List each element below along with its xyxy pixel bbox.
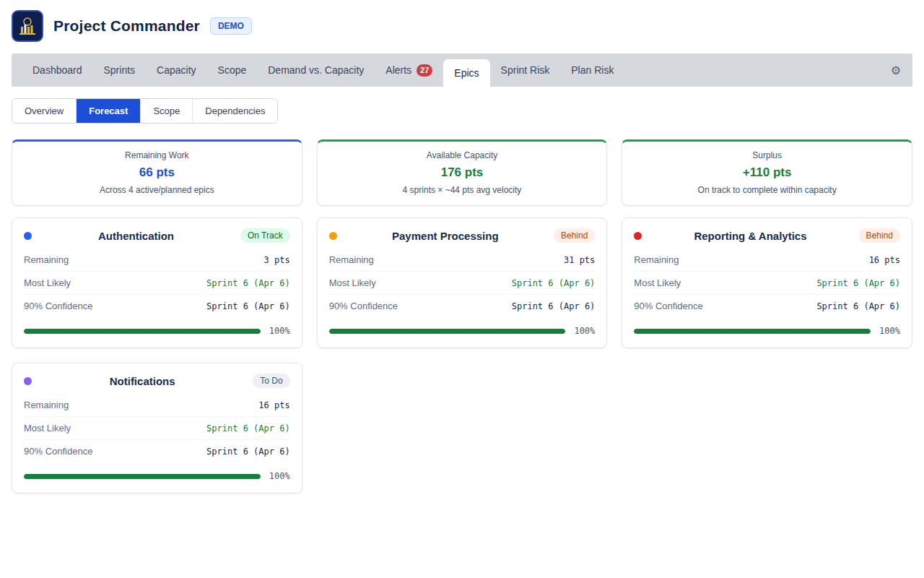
epic-title: Authentication [32, 230, 240, 242]
progress-row: 100% [24, 471, 290, 481]
most-likely-value: Sprint 6 (Apr 6) [512, 278, 596, 288]
commander-console-icon [17, 15, 38, 37]
epic-forecast-grid: Authentication On Track Remaining 3 pts … [12, 217, 912, 493]
most-likely-value: Sprint 6 (Apr 6) [206, 423, 290, 434]
remaining-value: 16 pts [869, 255, 900, 265]
nav-sprints[interactable]: Sprints [93, 53, 147, 87]
progress-bar [634, 329, 871, 334]
summary-card-available-capacity: Available Capacity 176 pts 4 sprints × ~… [317, 139, 608, 206]
nav-epics[interactable]: Epics [443, 59, 489, 87]
epic-title: Payment Processing [337, 230, 554, 242]
epic-header: Notifications To Do [24, 374, 290, 388]
progress-row: 100% [329, 326, 596, 336]
remaining-row: Remaining 16 pts [634, 249, 900, 272]
app-logo [12, 10, 43, 42]
page-title: Project Commander [53, 17, 200, 35]
nav-plan-risk[interactable]: Plan Risk [560, 53, 624, 87]
demo-badge: DEMO [210, 17, 252, 35]
epic-card-reporting-analytics: Reporting & Analytics Behind Remaining 1… [622, 217, 912, 348]
progress-bar [329, 329, 566, 334]
progress-fill [634, 329, 871, 334]
progress-bar [24, 329, 261, 334]
confidence-label: 90% Confidence [634, 301, 702, 311]
progress-fill [329, 329, 566, 334]
summary-subtext: On track to complete within capacity [629, 185, 905, 195]
summary-label: Available Capacity [325, 150, 600, 160]
most-likely-label: Most Likely [24, 277, 71, 288]
remaining-label: Remaining [634, 254, 679, 265]
epic-color-dot [24, 232, 32, 240]
remaining-row: Remaining 31 pts [329, 249, 596, 272]
remaining-value: 16 pts [258, 400, 289, 410]
progress-percent: 100% [269, 471, 290, 481]
subtab-dependencies[interactable]: Dependencies [193, 99, 277, 123]
nav-scope[interactable]: Scope [207, 53, 258, 87]
most-likely-row: Most Likely Sprint 6 (Apr 6) [329, 272, 596, 295]
most-likely-row: Most Likely Sprint 6 (Apr 6) [24, 272, 290, 295]
most-likely-value: Sprint 6 (Apr 6) [816, 278, 900, 288]
summary-value: 66 pts [19, 165, 295, 180]
alerts-count-badge: 27 [417, 64, 432, 77]
progress-fill [24, 329, 261, 334]
progress-percent: 100% [269, 326, 290, 336]
summary-card-surplus: Surplus +110 pts On track to complete wi… [622, 139, 912, 206]
epic-card-notifications: Notifications To Do Remaining 16 pts Mos… [12, 363, 302, 493]
confidence-value: Sprint 6 (Apr 6) [206, 447, 290, 457]
status-badge: On Track [240, 228, 290, 243]
most-likely-label: Most Likely [329, 277, 376, 288]
confidence-value: Sprint 6 (Apr 6) [816, 301, 900, 311]
remaining-row: Remaining 16 pts [24, 394, 290, 417]
summary-value: 176 pts [325, 165, 600, 180]
epic-color-dot [329, 232, 337, 240]
app-header: Project Commander DEMO [0, 0, 924, 53]
epic-title: Reporting & Analytics [642, 230, 858, 242]
nav-demand-vs-capacity[interactable]: Demand vs. Capacity [257, 53, 375, 87]
subtab-forecast[interactable]: Forecast [77, 99, 141, 123]
gear-icon[interactable]: ⚙ [879, 64, 912, 77]
subtab-scope[interactable]: Scope [141, 99, 193, 123]
most-likely-value: Sprint 6 (Apr 6) [206, 278, 290, 288]
nav-capacity[interactable]: Capacity [146, 53, 206, 87]
epic-title: Notifications [32, 375, 253, 387]
progress-row: 100% [24, 326, 290, 336]
nav-alerts[interactable]: Alerts 27 [375, 53, 443, 87]
subtab-overview[interactable]: Overview [12, 99, 77, 123]
summary-subtext: 4 sprints × ~44 pts avg velocity [325, 185, 600, 195]
epics-subtabs: Overview Forecast Scope Dependencies [12, 98, 278, 124]
confidence-value: Sprint 6 (Apr 6) [512, 301, 596, 311]
progress-fill [24, 474, 261, 479]
forecast-summary: Remaining Work 66 pts Across 4 active/pl… [12, 139, 912, 206]
remaining-label: Remaining [24, 400, 69, 410]
epic-card-authentication: Authentication On Track Remaining 3 pts … [12, 217, 302, 348]
status-badge: Behind [859, 228, 900, 243]
most-likely-label: Most Likely [24, 423, 71, 434]
confidence-row: 90% Confidence Sprint 6 (Apr 6) [329, 295, 596, 317]
nav-dashboard[interactable]: Dashboard [22, 53, 93, 87]
summary-label: Remaining Work [19, 150, 295, 160]
epic-header: Reporting & Analytics Behind [634, 228, 900, 243]
confidence-row: 90% Confidence Sprint 6 (Apr 6) [24, 295, 290, 317]
confidence-label: 90% Confidence [329, 301, 398, 311]
confidence-value: Sprint 6 (Apr 6) [206, 301, 290, 311]
most-likely-row: Most Likely Sprint 6 (Apr 6) [24, 417, 290, 440]
status-badge: Behind [554, 228, 595, 243]
epic-card-payment-processing: Payment Processing Behind Remaining 31 p… [317, 217, 608, 348]
remaining-label: Remaining [24, 254, 69, 265]
epic-color-dot [634, 232, 642, 240]
summary-subtext: Across 4 active/planned epics [19, 185, 295, 195]
progress-percent: 100% [574, 326, 595, 336]
status-badge: To Do [253, 374, 289, 388]
progress-percent: 100% [879, 326, 900, 336]
most-likely-row: Most Likely Sprint 6 (Apr 6) [634, 272, 900, 295]
progress-bar [24, 474, 261, 479]
remaining-row: Remaining 3 pts [24, 249, 290, 272]
epic-header: Payment Processing Behind [329, 228, 596, 243]
remaining-label: Remaining [329, 254, 374, 265]
nav-sprint-risk[interactable]: Sprint Risk [490, 53, 561, 87]
epic-header: Authentication On Track [24, 228, 290, 243]
remaining-value: 3 pts [264, 255, 290, 265]
epic-color-dot [24, 377, 32, 385]
nav-alerts-label: Alerts [385, 64, 411, 76]
remaining-value: 31 pts [564, 255, 595, 265]
confidence-row: 90% Confidence Sprint 6 (Apr 6) [634, 295, 900, 317]
